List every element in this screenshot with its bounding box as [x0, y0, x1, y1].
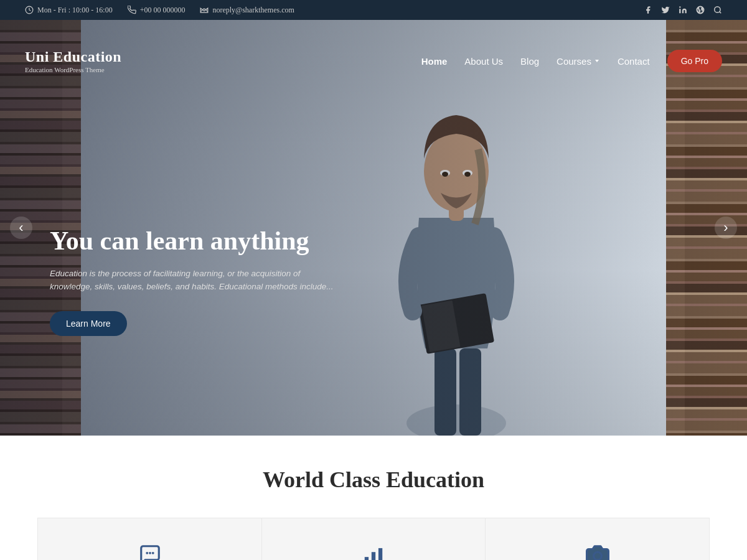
card-photography: Photography — [486, 518, 710, 560]
navbar: Uni Education Education WordPress Theme … — [0, 40, 747, 82]
hours-info: Mon - Fri : 10:00 - 16:00 — [25, 6, 113, 15]
card-communication: Communication — [37, 518, 261, 560]
education-section: World Class Education Communication — [0, 436, 747, 560]
twitter-icon — [661, 6, 670, 14]
logo-title: Uni Education — [25, 49, 121, 65]
clock-icon — [25, 6, 34, 14]
chart-icon — [362, 543, 385, 560]
phone-icon — [128, 6, 136, 14]
hero-description: Education is the process of facilitating… — [50, 267, 336, 294]
hero-title: You can learn anything — [50, 225, 336, 256]
chat-icon — [138, 543, 162, 560]
svg-rect-20 — [372, 552, 375, 560]
svg-rect-21 — [378, 548, 382, 560]
hero-content: You can learn anything Education is the … — [50, 225, 336, 336]
svg-point-16 — [146, 552, 148, 554]
svg-point-23 — [593, 552, 601, 560]
phone-info: +00 00 000000 — [128, 6, 186, 15]
svg-point-18 — [151, 552, 154, 554]
svg-rect-19 — [365, 557, 369, 560]
email-info: noreply@sharkthemes.com — [200, 6, 294, 15]
nav-about[interactable]: About Us — [464, 56, 503, 67]
learn-more-button[interactable]: Learn More — [50, 311, 127, 336]
hours-text: Mon - Fri : 10:00 - 16:00 — [37, 6, 113, 15]
linkedin-link[interactable] — [679, 6, 687, 14]
svg-line-4 — [720, 12, 721, 14]
go-pro-button[interactable]: Go Pro — [667, 50, 722, 72]
twitter-link[interactable] — [661, 6, 670, 14]
section-title: World Class Education — [25, 467, 722, 493]
slider-next-button[interactable]: › — [715, 217, 737, 239]
facebook-link[interactable] — [644, 6, 652, 14]
card-business: Business — [261, 518, 486, 560]
slider-prev-button[interactable]: ‹ — [10, 217, 32, 239]
logo: Uni Education Education WordPress Theme — [25, 49, 121, 73]
svg-point-17 — [149, 552, 151, 554]
email-text: noreply@sharkthemes.com — [212, 6, 294, 15]
facebook-icon — [644, 6, 652, 14]
nav-links: Home About Us Blog Courses Contact Go Pr… — [421, 50, 722, 72]
email-icon — [200, 6, 209, 14]
communication-icon-wrapper — [138, 543, 162, 560]
wordpress-link[interactable] — [696, 6, 705, 14]
nav-home[interactable]: Home — [421, 56, 448, 67]
logo-subtitle: Education WordPress Theme — [25, 66, 121, 73]
top-bar-left: Mon - Fri : 10:00 - 16:00 +00 00 000000 … — [25, 6, 294, 15]
svg-point-3 — [715, 7, 720, 12]
nav-courses[interactable]: Courses — [557, 56, 600, 67]
linkedin-icon — [679, 6, 687, 14]
svg-point-1 — [679, 6, 680, 7]
phone-text: +00 00 000000 — [140, 6, 186, 15]
top-bar: Mon - Fri : 10:00 - 16:00 +00 00 000000 … — [0, 0, 747, 20]
chevron-down-icon — [594, 58, 600, 64]
nav-blog[interactable]: Blog — [520, 56, 539, 67]
cards-row: Communication Business Pho — [25, 518, 722, 560]
wordpress-icon — [696, 6, 705, 14]
search-link[interactable] — [713, 6, 722, 14]
hero-section: Uni Education Education WordPress Theme … — [0, 20, 747, 436]
top-bar-right — [644, 6, 722, 14]
nav-contact[interactable]: Contact — [618, 56, 650, 67]
photography-icon-wrapper — [586, 543, 609, 560]
search-icon-topbar — [713, 6, 722, 14]
business-icon-wrapper — [362, 543, 385, 560]
camera-icon — [586, 543, 609, 560]
